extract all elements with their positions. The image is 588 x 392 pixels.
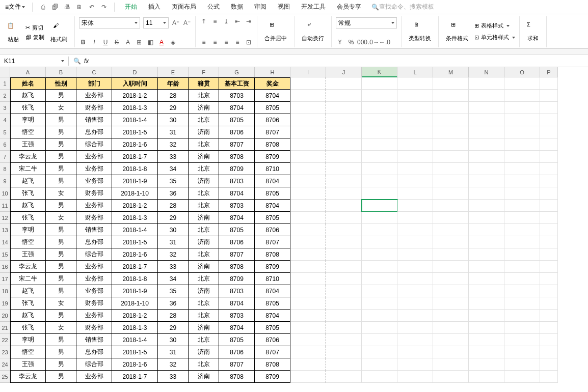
cell[interactable]: 北京 [189, 248, 219, 261]
cell[interactable] [290, 297, 326, 310]
cell[interactable] [504, 200, 540, 212]
undo-icon[interactable]: ↶ [88, 3, 96, 11]
cell[interactable] [290, 163, 326, 175]
align-justify-icon[interactable]: ≡ [233, 38, 242, 46]
cell[interactable] [469, 151, 504, 163]
dec-decimal-icon[interactable]: ←.0 [381, 38, 389, 46]
col-header-P[interactable]: P [540, 67, 558, 77]
redo-icon[interactable]: ↷ [100, 3, 108, 11]
cell[interactable]: 北京 [189, 334, 219, 346]
cell[interactable]: 36 [158, 187, 189, 200]
cell[interactable]: 8704 [255, 175, 290, 187]
cell[interactable] [504, 273, 540, 285]
cell[interactable] [397, 212, 433, 224]
cell[interactable] [540, 102, 558, 114]
name-box[interactable]: K11 [0, 57, 69, 66]
cell[interactable] [362, 163, 397, 175]
cell[interactable]: 张飞 [10, 322, 46, 334]
cell[interactable] [504, 285, 540, 297]
row-header[interactable]: 8 [0, 163, 10, 175]
cell[interactable] [469, 163, 504, 175]
tab-8[interactable]: 会员专享 [337, 1, 361, 13]
cell[interactable]: 28 [158, 310, 189, 322]
cell[interactable] [540, 334, 558, 346]
print-icon[interactable]: 🖶 [63, 3, 71, 11]
cell[interactable]: 宋二牛 [10, 163, 46, 175]
cell[interactable] [290, 102, 326, 114]
cell[interactable]: 销售部 [76, 224, 112, 236]
cell[interactable]: 2018-1-10 [112, 297, 158, 310]
cell[interactable] [504, 248, 540, 261]
tab-3[interactable]: 公式 [207, 1, 220, 13]
font-name-select[interactable]: 宋体 [79, 17, 140, 29]
cell[interactable] [397, 90, 433, 102]
cell[interactable]: 8705 [219, 334, 255, 346]
cell[interactable]: 8705 [255, 102, 290, 114]
cell[interactable]: 男 [46, 200, 76, 212]
cell[interactable] [540, 224, 558, 236]
cell[interactable] [362, 346, 397, 358]
cell[interactable]: 8708 [255, 358, 290, 371]
cell[interactable]: 济南 [189, 212, 219, 224]
cell[interactable] [433, 248, 469, 261]
cell[interactable] [362, 297, 397, 310]
search-box[interactable]: 🔍 查找命令、搜索模板 [371, 3, 434, 11]
paste-button[interactable]: 📋 粘贴 [4, 17, 22, 48]
cell[interactable] [362, 187, 397, 200]
cell[interactable]: 李云龙 [10, 151, 46, 163]
row-header[interactable]: 18 [0, 285, 10, 297]
cell[interactable]: 赵飞 [10, 310, 46, 322]
cell[interactable] [433, 346, 469, 358]
cell[interactable] [290, 248, 326, 261]
cell[interactable] [469, 102, 504, 114]
cell[interactable]: 34 [158, 163, 189, 175]
cell[interactable]: 业务部 [76, 200, 112, 212]
cell[interactable]: 基本工资 [219, 77, 255, 90]
cell[interactable]: 男 [46, 310, 76, 322]
cell[interactable] [433, 334, 469, 346]
cell[interactable]: 部门 [76, 77, 112, 90]
orientation-icon[interactable]: ⊡ [245, 38, 253, 46]
cell[interactable] [469, 90, 504, 102]
cell[interactable] [326, 334, 362, 346]
cell[interactable] [326, 77, 362, 90]
percent-icon[interactable]: % [347, 38, 355, 46]
cell[interactable]: 30 [158, 334, 189, 346]
cell[interactable] [290, 273, 326, 285]
cell[interactable] [362, 77, 397, 90]
row-header[interactable]: 14 [0, 236, 10, 248]
cell[interactable]: 王强 [10, 248, 46, 261]
comma-icon[interactable]: 000 [358, 38, 366, 46]
indent-dec-icon[interactable]: ⇤ [233, 17, 242, 25]
cell[interactable]: 2018-1-5 [112, 126, 158, 138]
cell[interactable]: 赵飞 [10, 200, 46, 212]
cell[interactable] [540, 310, 558, 322]
cell[interactable] [540, 175, 558, 187]
tab-1[interactable]: 插入 [148, 1, 161, 13]
cell[interactable]: 性别 [46, 77, 76, 90]
cell[interactable]: 悟空 [10, 126, 46, 138]
row-header[interactable]: 17 [0, 273, 10, 285]
sum-button[interactable]: Σ 求和 [524, 17, 542, 46]
cell[interactable]: 8704 [255, 285, 290, 297]
cell[interactable]: 36 [158, 297, 189, 310]
cell[interactable] [540, 297, 558, 310]
font-color-icon[interactable]: A [157, 38, 166, 46]
cell[interactable] [362, 212, 397, 224]
strikethrough-icon[interactable]: S [113, 38, 121, 46]
cell[interactable]: 8705 [219, 224, 255, 236]
cell[interactable] [290, 212, 326, 224]
cell[interactable]: 33 [158, 371, 189, 383]
cell[interactable] [433, 163, 469, 175]
cell[interactable] [433, 212, 469, 224]
row-header[interactable]: 15 [0, 248, 10, 261]
cell[interactable]: 8708 [219, 261, 255, 273]
fx-icon[interactable]: fx [84, 58, 89, 65]
row-header[interactable]: 11 [0, 200, 10, 212]
cell[interactable]: 女 [46, 322, 76, 334]
cell[interactable] [397, 371, 433, 383]
cell[interactable] [362, 236, 397, 248]
cell[interactable]: 北京 [189, 310, 219, 322]
cell[interactable]: 姓名 [10, 77, 46, 90]
cell[interactable]: 北京 [189, 90, 219, 102]
